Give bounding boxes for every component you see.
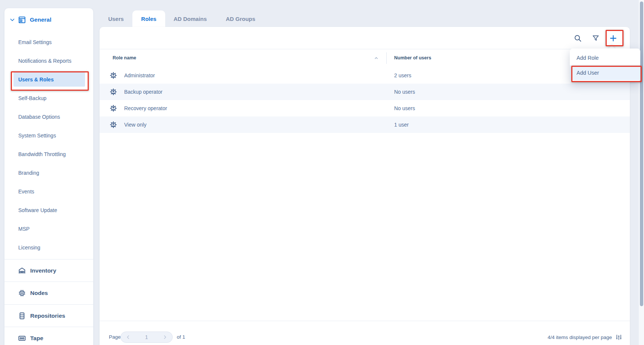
table-row-recovery-operator[interactable]: Recovery operator No users (100, 100, 630, 116)
table-row-administrator[interactable]: Administrator 2 users (100, 67, 630, 84)
role-name: Administrator (124, 72, 155, 78)
sidebar-section-label: Tape (30, 335, 43, 342)
table-header: Role name Number of users (100, 49, 630, 67)
role-name: Backup operator (124, 89, 163, 95)
sidebar-general-items: Email Settings Notifications & Reports U… (4, 33, 93, 257)
tape-icon (18, 334, 26, 343)
role-user-count: 2 users (394, 72, 411, 78)
sidebar-section-tape[interactable]: Tape (4, 327, 93, 345)
tab-ad-domains[interactable]: AD Domains (165, 10, 215, 27)
repositories-icon (18, 311, 26, 320)
footer-divider (100, 321, 630, 321)
column-divider (386, 52, 387, 64)
sidebar-item-msp[interactable]: MSP (4, 220, 93, 238)
menu-item-add-user[interactable]: Add User (570, 65, 640, 80)
role-gear-user-icon (109, 71, 118, 80)
inventory-icon (18, 266, 26, 275)
previous-page-button[interactable] (121, 332, 136, 342)
sidebar-section-repositories[interactable]: Repositories (4, 304, 93, 327)
sidebar-item-branding[interactable]: Branding (4, 164, 93, 182)
tab-roles[interactable]: Roles (132, 10, 165, 27)
sidebar-item-licensing[interactable]: Licensing (4, 238, 93, 257)
items-per-page-icon[interactable] (615, 334, 622, 341)
sidebar-item-software-update[interactable]: Software Update (4, 201, 93, 220)
chevron-right-icon (162, 335, 167, 340)
chevron-down-icon (9, 17, 15, 23)
search-button[interactable] (573, 33, 582, 43)
roles-panel: Role name Number of users Administrator … (100, 27, 630, 345)
tab-bar: Users Roles AD Domains AD Groups (100, 10, 266, 27)
sidebar-section-inventory[interactable]: Inventory (4, 259, 93, 282)
vertical-scrollbar-thumb[interactable] (640, 1, 643, 306)
menu-item-add-role[interactable]: Add Role (570, 50, 640, 65)
add-icon (609, 34, 618, 43)
search-icon (574, 34, 582, 43)
column-header-role-name[interactable]: Role name (113, 49, 136, 67)
table-row-backup-operator[interactable]: Backup operator No users (100, 84, 630, 100)
next-page-button[interactable] (157, 332, 172, 342)
role-gear-user-icon (109, 104, 118, 113)
sidebar-item-bandwidth-throttling[interactable]: Bandwidth Throttling (4, 145, 93, 164)
tab-ad-groups[interactable]: AD Groups (215, 10, 266, 27)
sidebar-item-system-settings[interactable]: System Settings (4, 126, 93, 145)
sidebar-item-self-backup[interactable]: Self-Backup (4, 89, 93, 108)
nodes-icon (18, 289, 26, 298)
sidebar-section-label: Inventory (30, 267, 56, 274)
sidebar-item-database-options[interactable]: Database Options (4, 108, 93, 126)
table-row-view-only[interactable]: View only 1 user (100, 116, 630, 133)
page-label: Page (109, 332, 121, 343)
role-user-count: 1 user (394, 122, 409, 128)
items-per-page-summary: 4/4 items displayed per page (547, 335, 612, 340)
filter-icon (591, 34, 600, 43)
sidebar-section-nodes[interactable]: Nodes (4, 282, 93, 304)
tab-users[interactable]: Users (100, 10, 132, 27)
sort-ascending-icon[interactable] (374, 56, 378, 60)
role-name: Recovery operator (124, 105, 167, 111)
current-page-value: 1 (136, 334, 157, 340)
sidebar-item-events[interactable]: Events (4, 182, 93, 201)
role-name: View only (124, 122, 147, 128)
filter-button[interactable] (591, 33, 600, 43)
add-dropdown-menu: Add Role Add User (570, 49, 640, 82)
sidebar-item-users-roles[interactable]: Users & Roles (4, 70, 93, 89)
total-pages-label: of 1 (177, 332, 185, 343)
roles-table-body: Administrator 2 users Backup operator No… (100, 67, 630, 133)
role-user-count: No users (394, 105, 415, 111)
role-user-count: No users (394, 89, 415, 95)
role-gear-user-icon (109, 87, 118, 96)
sidebar-section-label: General (30, 16, 51, 23)
chevron-left-icon (126, 335, 131, 340)
column-header-number-of-users[interactable]: Number of users (394, 49, 431, 67)
sidebar-section-label: Nodes (30, 290, 48, 296)
sidebar-section-general[interactable]: General (4, 8, 93, 31)
sidebar-section-label: Repositories (30, 313, 65, 319)
page-navigator: 1 (120, 332, 173, 343)
sidebar-item-notifications-reports[interactable]: Notifications & Reports (4, 52, 93, 70)
add-button[interactable] (608, 33, 618, 43)
sidebar: General Email Settings Notifications & R… (4, 8, 93, 345)
role-gear-user-icon (109, 120, 118, 129)
settings-window-icon (18, 15, 26, 24)
sidebar-item-email-settings[interactable]: Email Settings (4, 33, 93, 52)
